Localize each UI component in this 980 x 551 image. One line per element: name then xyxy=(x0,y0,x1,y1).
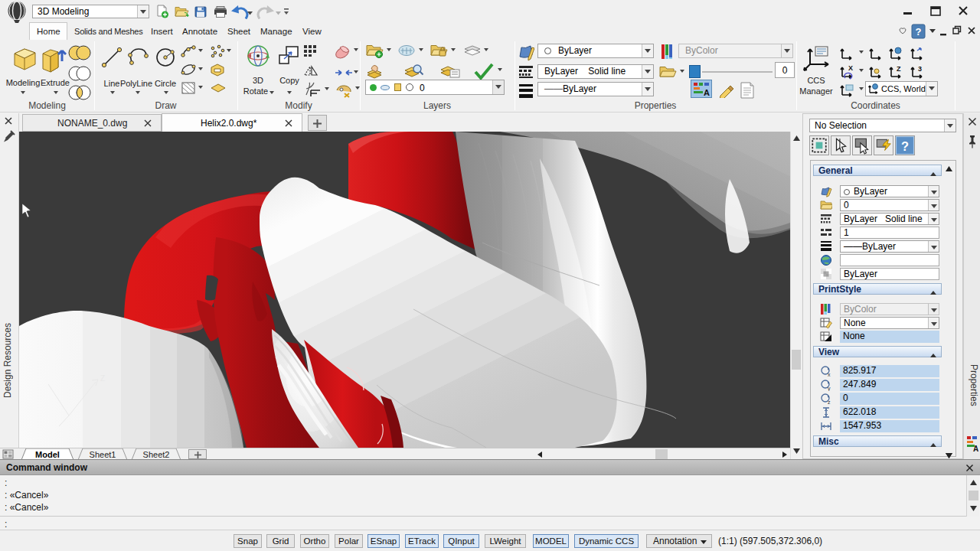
svg-text:?: ? xyxy=(916,26,922,37)
svg-text:?: ? xyxy=(901,139,909,153)
svg-text:A: A xyxy=(704,88,710,97)
svg-text:3: 3 xyxy=(918,65,922,73)
svg-text:x: x xyxy=(828,372,831,377)
svg-text:Z: Z xyxy=(100,374,105,383)
svg-text:z: z xyxy=(828,399,831,405)
svg-text:X: X xyxy=(848,64,853,72)
svg-text:A: A xyxy=(973,445,978,453)
svg-text:Z: Z xyxy=(897,65,901,73)
svg-text:y: y xyxy=(828,386,831,391)
svg-text:Model: Model xyxy=(35,450,60,459)
svg-text:Sheet2: Sheet2 xyxy=(143,450,170,459)
svg-text:Sheet1: Sheet1 xyxy=(90,450,116,459)
